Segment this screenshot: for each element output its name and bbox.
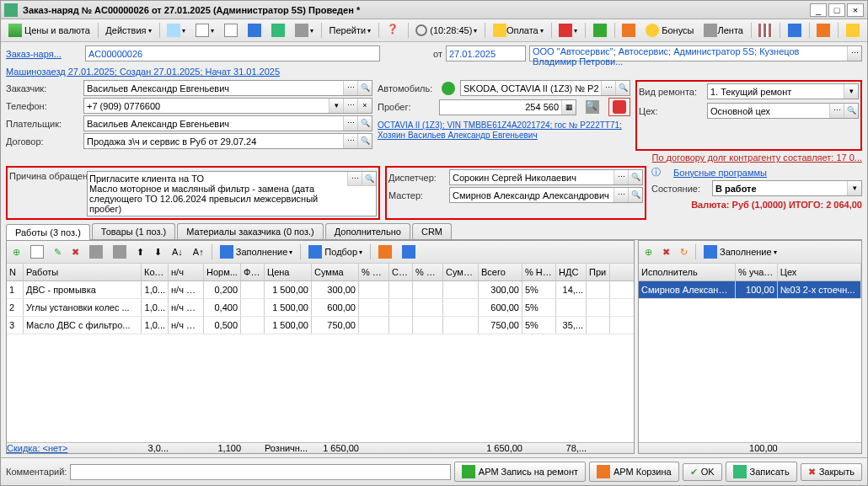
- doc-number-field[interactable]: [85, 45, 380, 61]
- tab-goods[interactable]: Товары (1 поз.): [92, 223, 175, 239]
- dispatcher-field[interactable]: ⋯🔍: [449, 169, 643, 185]
- perf-col-header[interactable]: Исполнитель: [639, 264, 736, 280]
- table-row[interactable]: 1ДВС - промывка1,0...н/ч 150...0,2001 50…: [7, 281, 634, 299]
- actions-menu[interactable]: Действия: [101, 23, 155, 38]
- move-up-button[interactable]: ⬆: [132, 244, 148, 260]
- car-info-link[interactable]: OCTAVIA II (1Z3); VIN TMBBE61Z4A2021724;…: [378, 120, 622, 140]
- perf-col-header[interactable]: Цех: [778, 264, 861, 280]
- tab-works[interactable]: Работы (3 поз.): [6, 224, 90, 240]
- arm-repair-button[interactable]: АРМ Запись на ремонт: [454, 462, 586, 482]
- help-button[interactable]: ❓: [383, 21, 405, 40]
- customer-field[interactable]: ⋯🔍: [83, 80, 372, 96]
- doc-date-field[interactable]: 📅: [446, 45, 526, 61]
- works-col-header[interactable]: Ск...: [389, 264, 413, 280]
- perf-col-header[interactable]: % учас...: [736, 264, 778, 280]
- mileage-field[interactable]: ▦: [439, 99, 576, 115]
- dropdown-icon[interactable]: ▾: [329, 99, 343, 113]
- tb-btn-11[interactable]: [812, 21, 834, 40]
- works-col-header[interactable]: Фи...: [241, 264, 265, 280]
- phone-field[interactable]: ▾⋯×: [83, 98, 372, 114]
- tb-c[interactable]: [374, 243, 396, 261]
- bonuses-button[interactable]: Бонусы: [641, 21, 698, 40]
- delete-row-button[interactable]: ✖: [67, 244, 83, 260]
- close-button[interactable]: ×: [847, 3, 864, 17]
- perf-del-button[interactable]: ✖: [658, 244, 674, 260]
- clock-button[interactable]: (10:28:45): [411, 22, 481, 39]
- feed-button[interactable]: Лента: [699, 21, 747, 40]
- works-col-header[interactable]: Сумма: [312, 264, 359, 280]
- works-col-header[interactable]: НДС: [556, 264, 587, 280]
- mileage-history-button[interactable]: 🔍: [581, 98, 603, 116]
- tab-materials[interactable]: Материалы заказчика (0 поз.): [177, 223, 324, 239]
- table-row[interactable]: Смирнов Александр...100,00№03 2-х стоечн…: [639, 281, 861, 299]
- tb-btn-10[interactable]: [784, 21, 806, 40]
- prices-button[interactable]: Цены и валюта: [4, 21, 94, 40]
- works-col-header[interactable]: Кол...: [142, 264, 169, 280]
- clear-icon[interactable]: ×: [357, 99, 372, 113]
- works-col-header[interactable]: н/ч: [169, 264, 204, 280]
- write-button[interactable]: Записать: [726, 462, 797, 482]
- ok-button[interactable]: ✔OK: [683, 463, 722, 481]
- table-row[interactable]: 3Масло ДВС с фильтро...1,0...н/ч 150...0…: [7, 317, 634, 334]
- sort-asc-button[interactable]: A↓: [168, 244, 187, 259]
- search-icon[interactable]: 🔍: [357, 81, 372, 95]
- works-col-header[interactable]: % ск...: [413, 264, 443, 280]
- tab-crm[interactable]: CRM: [412, 223, 452, 239]
- select-menu[interactable]: Подбор: [304, 243, 367, 261]
- works-col-header[interactable]: Норм...: [204, 264, 241, 280]
- works-col-header[interactable]: Работы: [24, 264, 142, 280]
- mileage-warn-button[interactable]: [608, 98, 630, 116]
- tb-btn-2[interactable]: [191, 21, 218, 40]
- tb-d[interactable]: [398, 243, 420, 261]
- calc-icon[interactable]: ▦: [561, 100, 576, 115]
- arm-cart-button[interactable]: АРМ Корзина: [589, 462, 679, 482]
- edit-row-button[interactable]: ✎: [50, 244, 66, 260]
- minimize-button[interactable]: _: [810, 3, 827, 17]
- works-col-header[interactable]: % НДС: [522, 264, 556, 280]
- payer-field[interactable]: ⋯🔍: [83, 115, 372, 131]
- payment-button[interactable]: Оплата: [489, 21, 548, 40]
- tb-btn-12[interactable]: [842, 21, 864, 40]
- perf-fill-menu[interactable]: Заполнение: [699, 243, 781, 261]
- car-field[interactable]: ⋯🔍: [460, 80, 630, 96]
- comment-field[interactable]: [70, 464, 450, 480]
- close-doc-button[interactable]: ✖Закрыть: [801, 463, 862, 481]
- tab-extra[interactable]: Дополнительно: [325, 223, 410, 239]
- master-field[interactable]: ⋯🔍: [449, 187, 643, 203]
- status-link[interactable]: Машинозаезд 27.01.2025; Создан 27.01.202…: [6, 67, 280, 77]
- works-col-header[interactable]: При: [587, 264, 610, 280]
- state-field[interactable]: ▾: [712, 180, 862, 196]
- tb-b[interactable]: [109, 243, 131, 261]
- tb-btn-4[interactable]: [244, 21, 265, 40]
- bonus-programs-link[interactable]: Бонусные программы: [673, 168, 767, 178]
- repair-type-field[interactable]: ▾: [707, 83, 859, 99]
- works-col-header[interactable]: % ск...: [359, 264, 389, 280]
- debt-link[interactable]: По договору долг контрагенту составляет:…: [652, 152, 862, 163]
- contract-field[interactable]: ⋯🔍: [83, 133, 372, 149]
- add-row-button[interactable]: ⊕: [8, 244, 24, 260]
- move-down-button[interactable]: ⬇: [150, 244, 166, 260]
- tb-btn-5[interactable]: [291, 21, 318, 40]
- tb-btn-9[interactable]: [754, 21, 776, 40]
- tb-btn-8[interactable]: [618, 21, 640, 40]
- shop-field[interactable]: ⋯🔍: [707, 103, 859, 119]
- copy-row-button[interactable]: [26, 243, 48, 261]
- doc-type-link[interactable]: Заказ-наря...: [6, 49, 82, 59]
- table-row[interactable]: 2Углы установки колес ...1,0...н/ч 150..…: [7, 299, 634, 317]
- perf-add-button[interactable]: ⊕: [640, 244, 656, 260]
- perf-refresh-button[interactable]: ↻: [676, 244, 692, 260]
- save-button[interactable]: [267, 21, 289, 40]
- tb-btn-1[interactable]: [163, 21, 190, 40]
- tb-a[interactable]: [85, 243, 107, 261]
- works-col-header[interactable]: Всего: [479, 264, 522, 280]
- fill-menu[interactable]: Заполнение: [216, 243, 297, 261]
- reason-field[interactable]: Пригласите клиента на ТО Масло моторное …: [87, 171, 377, 216]
- works-col-header[interactable]: N: [7, 264, 24, 280]
- works-col-header[interactable]: Цена: [265, 264, 312, 280]
- tb-btn-6[interactable]: [555, 21, 581, 40]
- sort-desc-button[interactable]: A↑: [189, 244, 208, 259]
- maximize-button[interactable]: □: [828, 3, 845, 17]
- works-col-header[interactable]: Сумм...: [443, 264, 479, 280]
- org-field[interactable]: ООО "Автосервис"; Автосервис; Администра…: [529, 45, 862, 61]
- goto-menu[interactable]: Перейти: [325, 23, 376, 38]
